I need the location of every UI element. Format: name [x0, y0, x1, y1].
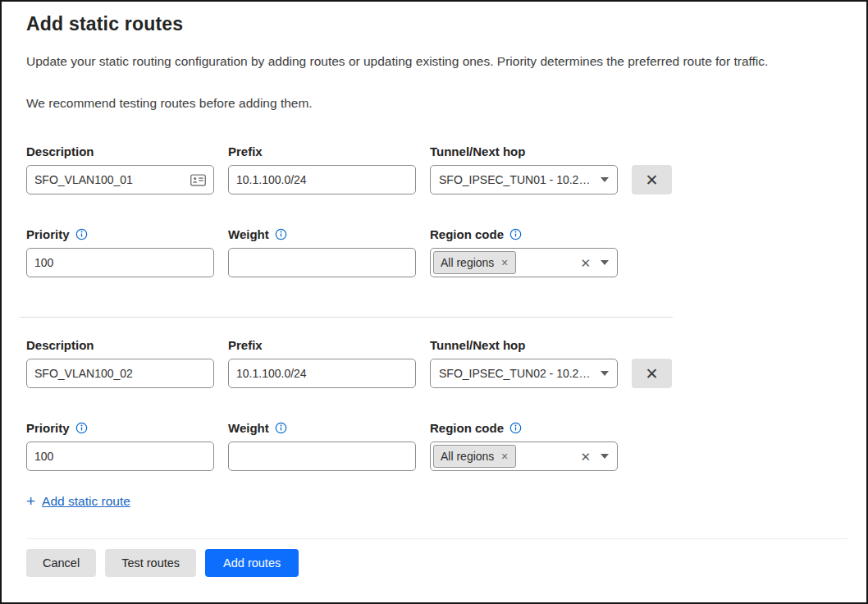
priority-label: Priority — [26, 226, 214, 242]
region-tag: All regions ✕ — [433, 445, 516, 468]
info-icon[interactable] — [75, 228, 88, 240]
info-icon[interactable] — [275, 422, 287, 434]
dialog-description: Update your static routing configuration… — [26, 53, 842, 70]
tunnel-next-hop-dropdown[interactable]: SFO_IPSEC_TUN02 - 10.25... — [430, 359, 618, 388]
route1-fields-row2: All regions ✕ ✕ — [26, 248, 842, 277]
weight-input-wrapper — [228, 248, 416, 277]
tunnel-next-hop-dropdown[interactable]: SFO_IPSEC_TUN01 - 10.25... — [430, 165, 618, 194]
route-divider — [20, 317, 673, 318]
weight-input-wrapper — [228, 442, 416, 471]
priority-input[interactable] — [34, 442, 206, 470]
tunnel-next-hop-label: Tunnel/Next hop — [430, 144, 618, 159]
route2-labels-row2: Priority Weight Region code — [26, 420, 842, 436]
description-label: Description — [26, 337, 214, 353]
priority-input-wrapper — [26, 248, 214, 277]
region-tag-label: All regions — [441, 256, 494, 269]
remove-tag-icon[interactable]: ✕ — [500, 259, 508, 268]
weight-input[interactable] — [236, 249, 408, 277]
test-routes-button[interactable]: Test routes — [105, 549, 196, 577]
prefix-input[interactable] — [236, 359, 408, 387]
page-title: Add static routes — [26, 13, 842, 35]
region-code-label: Region code — [430, 420, 618, 436]
route1-fields-row1: SFO_IPSEC_TUN01 - 10.25... ✕ — [26, 165, 842, 194]
contact-card-autofill-icon[interactable] — [190, 174, 206, 186]
chevron-down-icon — [601, 177, 609, 182]
weight-label: Weight — [228, 420, 416, 436]
info-icon[interactable] — [509, 422, 522, 434]
weight-label: Weight — [228, 226, 416, 242]
clear-selection-icon[interactable]: ✕ — [580, 257, 591, 269]
description-label: Description — [26, 144, 214, 159]
info-icon[interactable] — [75, 422, 88, 434]
priority-input-wrapper — [26, 442, 214, 471]
chevron-down-icon — [601, 260, 609, 265]
prefix-input-wrapper — [228, 359, 416, 388]
remove-route-button[interactable]: ✕ — [632, 359, 672, 388]
region-code-combobox[interactable]: All regions ✕ ✕ — [430, 248, 618, 277]
tunnel-next-hop-label: Tunnel/Next hop — [430, 337, 618, 353]
remove-route-button[interactable]: ✕ — [632, 165, 672, 194]
add-static-routes-dialog: Add static routes Update your static rou… — [0, 0, 868, 604]
chevron-down-icon — [601, 454, 609, 459]
prefix-label: Prefix — [228, 337, 416, 353]
info-icon[interactable] — [509, 228, 522, 240]
dialog-recommendation: We recommend testing routes before addin… — [26, 95, 842, 112]
add-routes-button[interactable]: Add routes — [205, 549, 299, 577]
route2-fields-row1: SFO_IPSEC_TUN02 - 10.25... ✕ — [26, 359, 842, 388]
tunnel-selected-value: SFO_IPSEC_TUN01 - 10.25... — [439, 173, 594, 186]
info-icon[interactable] — [275, 228, 287, 240]
region-tag-label: All regions — [441, 450, 494, 463]
footer-actions: Cancel Test routes Add routes — [26, 549, 842, 577]
add-static-route-link-text[interactable]: Add static route — [42, 494, 130, 509]
priority-label: Priority — [26, 420, 214, 436]
description-input[interactable] — [34, 359, 206, 387]
chevron-down-icon — [601, 371, 609, 376]
region-tag: All regions ✕ — [433, 251, 516, 274]
description-input-wrapper — [26, 165, 214, 194]
tunnel-selected-value: SFO_IPSEC_TUN02 - 10.25... — [439, 367, 594, 380]
route1-labels-row1: Description Prefix Tunnel/Next hop — [26, 144, 842, 159]
prefix-label: Prefix — [228, 144, 416, 159]
clear-selection-icon[interactable]: ✕ — [580, 451, 591, 463]
route1-labels-row2: Priority Weight Region code — [26, 226, 842, 242]
region-code-combobox[interactable]: All regions ✕ ✕ — [430, 442, 618, 471]
footer-divider — [26, 538, 847, 539]
description-input-wrapper — [26, 359, 214, 388]
region-code-label: Region code — [430, 226, 618, 242]
route2-labels-row1: Description Prefix Tunnel/Next hop — [26, 337, 842, 353]
prefix-input[interactable] — [236, 166, 408, 194]
priority-input[interactable] — [34, 249, 206, 277]
add-static-route-link[interactable]: + Add static route — [26, 493, 130, 509]
weight-input[interactable] — [236, 442, 408, 470]
cancel-button[interactable]: Cancel — [26, 549, 96, 577]
prefix-input-wrapper — [228, 165, 416, 194]
description-input[interactable] — [34, 166, 185, 194]
remove-tag-icon[interactable]: ✕ — [500, 452, 508, 461]
route2-fields-row2: All regions ✕ ✕ — [26, 442, 842, 471]
plus-icon: + — [26, 493, 35, 509]
